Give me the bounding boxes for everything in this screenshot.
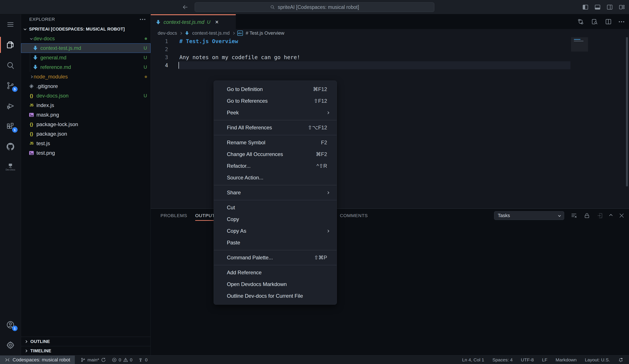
warnings-icon xyxy=(123,357,128,363)
menu-item-open-devdocs-markdown[interactable]: Open Devdocs Markdown xyxy=(214,278,337,290)
file-item-index-js[interactable]: JS index.js xyxy=(21,100,151,110)
file-item-test-png[interactable]: test.png xyxy=(21,148,151,158)
file-item-package-lock[interactable]: {} package-lock.json xyxy=(21,120,151,129)
menu-separator xyxy=(214,250,337,250)
eol-sequence[interactable]: LF xyxy=(542,357,547,363)
menu-item-refactor[interactable]: Refactor...^⇧R xyxy=(214,160,337,172)
lock-scroll-icon[interactable] xyxy=(584,212,590,219)
split-editor-icon[interactable] xyxy=(605,18,612,25)
breadcrumb-file[interactable]: context-test.js.md xyxy=(192,30,229,36)
workspace-section-header[interactable]: SPRITEAI [CODESPACES: MUSICAL ROBOT] xyxy=(21,24,151,34)
clear-output-icon[interactable] xyxy=(571,212,577,219)
file-item-reference[interactable]: reference.md U xyxy=(21,62,151,72)
open-output-in-editor-icon[interactable] xyxy=(597,212,603,219)
file-item-context-test[interactable]: context-test.js.md U xyxy=(21,43,151,53)
toggle-primary-sidebar-icon[interactable] xyxy=(582,4,589,10)
sync-icon[interactable] xyxy=(101,357,106,363)
tab-problems[interactable]: PROBLEMS xyxy=(160,209,187,223)
vertical-scrollbar[interactable] xyxy=(626,37,628,186)
tab-comments[interactable]: COMMENTS xyxy=(340,209,368,223)
file-item-dev-docs-json[interactable]: {} dev-docs.json U xyxy=(21,91,151,100)
git-status-badge: U xyxy=(144,45,147,51)
image-file-icon xyxy=(28,150,34,156)
text-cursor xyxy=(178,62,179,69)
file-item-gitignore[interactable]: .gitignore xyxy=(21,82,151,91)
chevron-right-icon xyxy=(24,340,27,343)
chevron-down-icon xyxy=(558,214,561,217)
menu-separator xyxy=(214,120,337,120)
explorer-icon[interactable] xyxy=(0,35,21,55)
encoding[interactable]: UTF-8 xyxy=(521,357,534,363)
file-item-general[interactable]: general.md U xyxy=(21,53,151,62)
notifications-bell-icon[interactable] xyxy=(618,357,623,363)
menu-item-cut[interactable]: Cut xyxy=(214,202,337,213)
menu-item-source-action[interactable]: Source Action... xyxy=(214,172,337,183)
tab-context-test[interactable]: context-test.js.md U × xyxy=(151,14,236,29)
js-file-icon: JS xyxy=(28,140,34,146)
menu-item-rename-symbol[interactable]: Rename SymbolF2 xyxy=(214,137,337,148)
menu-item-outline-dev-docs[interactable]: Outline Dev-docs for Current File xyxy=(214,290,337,302)
customize-layout-icon[interactable] xyxy=(619,4,625,10)
search-sidebar-icon[interactable] xyxy=(0,55,21,75)
timeline-section[interactable]: TIMELINE xyxy=(21,346,151,355)
menu-icon[interactable] xyxy=(0,14,21,35)
toggle-secondary-sidebar-icon[interactable] xyxy=(607,4,613,10)
source-control-badge: 5 xyxy=(12,87,17,92)
file-item-test-js[interactable]: JS test.js xyxy=(21,139,151,148)
chevron-down-icon xyxy=(30,37,33,40)
menu-item-share[interactable]: Share xyxy=(214,187,337,198)
markdown-file-icon xyxy=(32,64,38,70)
toggle-panel-icon[interactable] xyxy=(594,4,601,10)
breadcrumb-folder[interactable]: dev-docs xyxy=(158,30,177,36)
run-debug-icon[interactable] xyxy=(0,96,21,116)
remote-icon xyxy=(5,357,10,363)
menu-item-change-all-occurrences[interactable]: Change All Occurrences⌘F2 xyxy=(214,148,337,160)
github-icon[interactable] xyxy=(0,137,21,157)
command-center-search[interactable]: spriteAI [Codespaces: musical robot] xyxy=(195,2,435,12)
menu-item-go-to-definition[interactable]: Go to Definition⌘F12 xyxy=(214,84,337,95)
keyboard-layout[interactable]: Layout: U.S. xyxy=(585,357,610,363)
explorer-sidebar: EXPLORER SPRITEAI [CODESPACES: MUSICAL R… xyxy=(21,14,151,355)
output-channel-select[interactable]: Tasks xyxy=(494,211,564,220)
language-mode[interactable]: Markdown xyxy=(556,357,577,363)
menu-item-command-palette[interactable]: Command Palette...⇧⌘P xyxy=(214,252,337,264)
outline-section[interactable]: OUTLINE xyxy=(21,337,151,346)
cursor-position[interactable]: Ln 4, Col 1 xyxy=(462,357,484,363)
menu-item-copy[interactable]: Copy xyxy=(214,213,337,225)
menu-item-peek[interactable]: Peek xyxy=(214,107,337,118)
accounts-icon[interactable]: 1 xyxy=(0,315,21,335)
breadcrumb-symbol[interactable]: # Test.js Overview xyxy=(246,30,284,36)
markdown-file-icon xyxy=(32,55,38,61)
tab-output[interactable]: OUTPUT xyxy=(195,209,215,223)
ports-indicator[interactable]: 0 xyxy=(138,357,148,363)
dev-docs-extension-icon[interactable]: Dev-Docs xyxy=(0,157,21,177)
folder-item-node-modules[interactable]: node_modules xyxy=(21,72,151,82)
branch-indicator[interactable]: main* xyxy=(80,357,106,363)
problems-indicator[interactable]: 0 0 xyxy=(112,357,132,363)
file-item-mask-png[interactable]: mask.png xyxy=(21,110,151,120)
git-status-badge: U xyxy=(144,55,147,60)
close-panel-icon[interactable] xyxy=(619,213,625,219)
menu-item-find-all-references[interactable]: Find All References⇧⌥F12 xyxy=(214,122,337,133)
folder-item-dev-docs[interactable]: dev-docs xyxy=(21,34,151,43)
file-item-package-json[interactable]: {} package.json xyxy=(21,129,151,139)
indentation[interactable]: Spaces: 4 xyxy=(492,357,512,363)
menu-item-add-reference[interactable]: Add Reference xyxy=(214,267,337,278)
markdown-preview-icon[interactable] xyxy=(591,18,598,25)
source-control-icon[interactable]: 5 xyxy=(0,75,21,96)
maximize-panel-icon[interactable] xyxy=(609,214,613,217)
back-icon[interactable] xyxy=(182,4,188,10)
tab-strip: context-test.js.md U × xyxy=(151,14,629,29)
minimap[interactable] xyxy=(573,38,587,51)
menu-item-copy-as[interactable]: Copy As xyxy=(214,225,337,237)
open-changes-icon[interactable] xyxy=(577,18,584,25)
extensions-icon[interactable]: 1 xyxy=(0,116,21,137)
menu-item-paste[interactable]: Paste xyxy=(214,237,337,249)
close-tab-icon[interactable]: × xyxy=(215,19,219,25)
settings-gear-icon[interactable] xyxy=(0,335,21,355)
editor-more-actions-icon[interactable] xyxy=(619,21,624,22)
menu-item-go-to-references[interactable]: Go to References⇧F12 xyxy=(214,95,337,107)
chevron-right-icon xyxy=(179,32,182,35)
explorer-more-actions-icon[interactable] xyxy=(140,19,145,20)
remote-indicator[interactable]: Codespaces: musical robot xyxy=(0,356,75,364)
